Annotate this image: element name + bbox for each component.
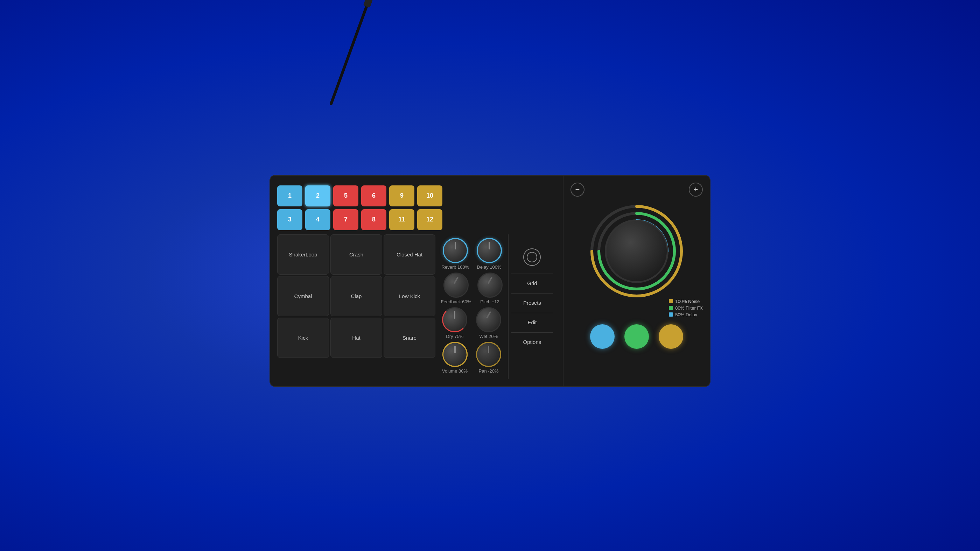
num-pad-7[interactable]: 7 [333, 209, 358, 230]
num-pad-9[interactable]: 9 [389, 186, 414, 206]
pan-knob[interactable] [476, 342, 501, 367]
usb-cable [329, 0, 370, 106]
wet-knob[interactable] [476, 307, 501, 332]
pitch-knob[interactable] [477, 273, 503, 298]
volume-label: Volume 80% [442, 368, 468, 374]
pan-label: Pan -20% [479, 368, 499, 374]
wet-label: Wet 20% [479, 334, 498, 339]
num-pad-1[interactable]: 1 [277, 186, 302, 206]
num-pad-8[interactable]: 8 [361, 209, 387, 230]
num-pad-group-red: 5 6 7 8 [333, 186, 387, 230]
grid-button[interactable]: Grid [511, 273, 553, 292]
drum-pad-lowkick[interactable]: Low Kick [383, 276, 435, 316]
num-pad-11[interactable]: 11 [389, 209, 414, 230]
num-pad-12[interactable]: 12 [417, 209, 442, 230]
drum-row-1: ShakerLoop Crash Closed Hat [277, 234, 435, 275]
feedback-knob-container: Feedback 60% [441, 273, 471, 304]
options-button[interactable]: Options [511, 332, 553, 351]
legend-label-filterfx: 80% Filter FX [675, 305, 703, 311]
knob-row-4: Volume 80% Pan -20% [440, 342, 504, 374]
legend-dot-delay [669, 313, 673, 317]
feedback-knob[interactable] [444, 273, 469, 298]
drum-pad-hat[interactable]: Hat [330, 318, 382, 358]
drum-pad-closedhat[interactable]: Closed Hat [383, 234, 435, 275]
num-pad-5[interactable]: 5 [333, 186, 358, 206]
controller: 1 2 3 4 5 6 7 8 9 [269, 175, 711, 387]
legend-label-delay: 50% Delay [675, 312, 697, 317]
pitch-knob-container: Pitch +12 [477, 273, 503, 304]
drum-pad-shakerloop[interactable]: ShakerLoop [277, 234, 329, 275]
dry-knob[interactable] [442, 307, 467, 332]
edit-button[interactable]: Edit [511, 313, 553, 332]
num-pad-group-gold: 9 10 11 12 [389, 186, 442, 230]
reverb-knob-container: Reverb 100% [442, 238, 469, 270]
drum-pad-clap[interactable]: Clap [330, 276, 382, 316]
circle-green-button[interactable] [624, 324, 649, 349]
circle-gold-button[interactable] [659, 324, 683, 349]
presets-button[interactable]: Presets [511, 293, 553, 312]
legend: 100% Noise 80% Filter FX 50% Delay [669, 299, 703, 317]
num-pad-3[interactable]: 3 [277, 209, 302, 230]
delay-label: Delay 100% [477, 265, 501, 270]
buttons-panel: Grid Presets Edit Options [509, 234, 556, 379]
dry-knob-container: Dry 75% [442, 307, 467, 339]
num-pad-row-1-red: 5 6 [333, 186, 387, 206]
num-pad-10[interactable]: 10 [417, 186, 442, 206]
bottom-circles [590, 324, 683, 349]
feedback-label: Feedback 60% [441, 299, 471, 304]
volume-knob-container: Volume 80% [442, 342, 468, 374]
num-pad-row-2-red: 7 8 [333, 209, 387, 230]
knob-row-1: Reverb 100% Delay 100% [440, 238, 504, 270]
dry-label: Dry 75% [446, 334, 463, 339]
delay-knob[interactable] [477, 238, 502, 263]
num-pad-grid: 1 2 3 4 5 6 7 8 9 [277, 186, 556, 230]
legend-delay: 50% Delay [669, 312, 703, 317]
knob-row-3: Dry 75% Wet 20% [440, 307, 504, 339]
big-knob-container [588, 202, 686, 300]
reverb-label: Reverb 100% [442, 265, 469, 270]
drum-row-3: Kick Hat Snare [277, 318, 435, 358]
main-content: ShakerLoop Crash Closed Hat Cymbal Clap … [277, 234, 556, 379]
num-pad-2[interactable]: 2 [305, 186, 330, 206]
num-pad-4[interactable]: 4 [305, 209, 330, 230]
num-pad-6[interactable]: 6 [361, 186, 387, 206]
right-panel: − + 100% Noise [563, 175, 711, 387]
num-pad-row-1: 1 2 [277, 186, 330, 206]
num-pad-row-1-gold: 9 10 [389, 186, 442, 206]
num-pad-group-blue: 1 2 3 4 [277, 186, 330, 230]
right-panel-header: − + [571, 183, 703, 197]
wet-knob-container: Wet 20% [476, 307, 501, 339]
delay-knob-container: Delay 100% [477, 238, 502, 270]
pitch-label: Pitch +12 [480, 299, 500, 304]
reverb-knob[interactable] [443, 238, 468, 263]
minus-button[interactable]: − [571, 183, 584, 197]
drum-pad-cymbal[interactable]: Cymbal [277, 276, 329, 316]
knobs-section: Reverb 100% Delay 100% Feedback 60% Pitc… [435, 234, 508, 379]
drum-pad-kick[interactable]: Kick [277, 318, 329, 358]
knob-row-2: Feedback 60% Pitch +12 [440, 273, 504, 304]
drum-pad-snare[interactable]: Snare [383, 318, 435, 358]
num-pad-row-2-gold: 11 12 [389, 209, 442, 230]
drum-pad-grid: ShakerLoop Crash Closed Hat Cymbal Clap … [277, 234, 435, 379]
big-knob[interactable] [605, 220, 668, 283]
num-pad-row-2: 3 4 [277, 209, 330, 230]
legend-filterfx: 80% Filter FX [669, 305, 703, 311]
record-inner [527, 252, 537, 262]
drum-pad-crash[interactable]: Crash [330, 234, 382, 275]
record-button[interactable] [523, 248, 541, 266]
plus-button[interactable]: + [689, 183, 703, 197]
circle-blue-button[interactable] [590, 324, 615, 349]
left-panel: 1 2 3 4 5 6 7 8 9 [269, 175, 563, 387]
drum-row-2: Cymbal Clap Low Kick [277, 276, 435, 316]
pan-knob-container: Pan -20% [476, 342, 501, 374]
legend-dot-filterfx [669, 306, 673, 310]
volume-knob[interactable] [442, 342, 468, 367]
